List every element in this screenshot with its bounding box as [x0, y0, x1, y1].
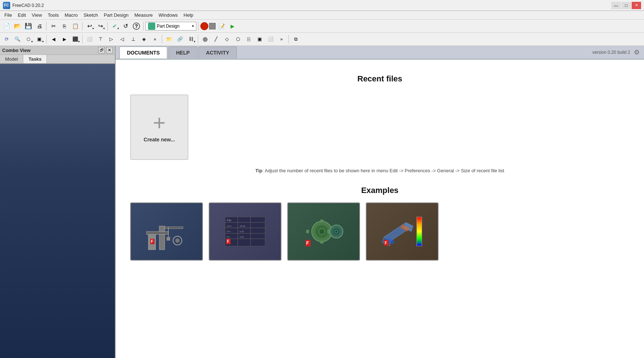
sync-view-icon: ⟳ [5, 36, 9, 42]
fit-all-button[interactable]: 🔍 [12, 34, 23, 44]
tab-help[interactable]: HELP [168, 47, 197, 59]
nav-cube-button[interactable]: ⬛ ▾ [70, 34, 80, 44]
example-card-3[interactable]: F [287, 202, 360, 261]
sketch-op7[interactable]: ⬜ [265, 34, 276, 44]
view-separator-4 [198, 35, 198, 44]
sidebar-close-button[interactable]: ✕ [106, 47, 113, 53]
sketch-op3[interactable]: ◇ [222, 34, 232, 44]
tab-activity[interactable]: ACTIVITY [199, 47, 237, 59]
menu-edit[interactable]: Edit [15, 12, 29, 19]
iso-view-button[interactable]: ◈ [139, 34, 149, 44]
menu-macro[interactable]: Macro [62, 12, 81, 19]
workbench-selector[interactable]: Part Design ▾ [145, 22, 196, 31]
sketch-op4[interactable]: ⬡ [233, 34, 243, 44]
example-4-svg: F [377, 212, 428, 252]
undo-dropdown-icon[interactable]: ▾ [92, 27, 94, 30]
right-view-button[interactable]: ▷ [106, 34, 116, 44]
print-button[interactable]: 🖨 [34, 21, 44, 31]
sync-view-button[interactable]: ⟳ [1, 34, 12, 44]
help-icon: ? [133, 23, 140, 30]
menu-view[interactable]: View [29, 12, 45, 19]
copy-button[interactable]: ⎘ [59, 21, 69, 31]
redo-dropdown-icon[interactable]: ▾ [103, 27, 105, 30]
example-card-1[interactable]: F [130, 202, 203, 261]
minimize-button[interactable]: — [611, 2, 621, 9]
tab-model[interactable]: Model [0, 55, 23, 63]
menu-file[interactable]: File [1, 12, 15, 19]
close-icon: ✕ [108, 48, 111, 53]
create-group-button[interactable]: 📁 [164, 34, 174, 44]
layer-button[interactable]: ⧉ [291, 34, 301, 44]
validate-dropdown[interactable]: ▾ [117, 27, 119, 30]
tab-documents[interactable]: DOCUMENTS [119, 47, 167, 59]
example-card-2[interactable]: Equ mm= FF= f/r= 10.50 5.25 2.00 F [209, 202, 281, 261]
validate-button[interactable]: ✔ ▾ [109, 21, 120, 31]
help-button[interactable]: ? [131, 21, 141, 31]
sketch-op5[interactable]: ⌻ [244, 34, 254, 44]
menu-windows[interactable]: Windows [156, 12, 181, 19]
paste-button[interactable]: 📋 [70, 21, 80, 31]
bottom-view-button[interactable]: ⊥ [128, 34, 138, 44]
close-button[interactable]: ✕ [632, 2, 641, 9]
nav-cube-dropdown[interactable]: ▾ [78, 40, 80, 43]
svg-text:Equ: Equ [227, 219, 232, 222]
settings-gear-icon: ⚙ [634, 48, 640, 56]
example-3-svg: F [298, 212, 349, 252]
sidebar-panel-controls: 🗗 ✕ [98, 47, 113, 53]
stop-button[interactable] [209, 23, 216, 29]
new-file-button[interactable]: 📄 [1, 21, 12, 31]
fwd-view-button[interactable]: ▶ [59, 34, 69, 44]
tip-label: Tip [255, 168, 262, 173]
save-file-button[interactable]: 💾 [23, 21, 33, 31]
menu-sketch[interactable]: Sketch [81, 12, 101, 19]
bounding-box-dropdown[interactable]: ▾ [42, 40, 44, 43]
sidebar-content [0, 64, 115, 358]
toolbar-separator-2 [82, 22, 83, 31]
bounding-box-button[interactable]: ▣ ▾ [34, 34, 44, 44]
macro-editor-button[interactable]: 📝 [216, 21, 227, 31]
svg-rect-5 [167, 237, 170, 241]
back-view-button[interactable]: ◀ [48, 34, 59, 44]
toolbar-separator-4 [143, 22, 144, 31]
open-file-button[interactable]: 📂 [12, 21, 23, 31]
recent-files-title: Recent files [130, 74, 629, 84]
example-1-thumbnail: F [131, 203, 202, 260]
open-file-icon: 📂 [14, 23, 21, 29]
create-new-card[interactable]: + Create new... [130, 94, 188, 160]
link-button[interactable]: 🔗 [175, 34, 185, 44]
svg-text:F: F [151, 240, 153, 244]
refresh-button[interactable]: ↺ [120, 21, 131, 31]
tab-model-label: Model [5, 56, 18, 62]
left-view-button[interactable]: ◁ [117, 34, 127, 44]
sketch-op2[interactable]: ╱ [211, 34, 221, 44]
front-view-button[interactable]: ⬜ [84, 34, 95, 44]
tab-tasks-label: Tasks [28, 56, 41, 62]
menu-help[interactable]: Help [181, 12, 196, 19]
tab-tasks[interactable]: Tasks [23, 55, 47, 63]
run-macro-button[interactable]: ▶ [227, 21, 237, 31]
undo-button[interactable]: ↩ ▾ [84, 21, 95, 31]
cut-button[interactable]: ✂ [48, 21, 59, 31]
maximize-button[interactable]: □ [621, 2, 631, 9]
top-view-button[interactable]: ⊤ [95, 34, 105, 44]
link-arr-dropdown[interactable]: ▾ [194, 40, 195, 43]
sketch-op1[interactable]: ⬤ [200, 34, 210, 44]
more-views-button[interactable]: » [150, 34, 160, 44]
redo-button[interactable]: ↪ ▾ [95, 21, 105, 31]
fit-selection-button[interactable]: ⬡ ▾ [23, 34, 33, 44]
left-view-icon: ◁ [120, 36, 124, 42]
fit-selection-dropdown[interactable]: ▾ [31, 40, 33, 43]
example-card-4[interactable]: F [366, 202, 439, 261]
sketch-more[interactable]: » [276, 34, 287, 44]
sketch-op6[interactable]: ▣ [255, 34, 265, 44]
sidebar-restore-button[interactable]: 🗗 [98, 47, 105, 53]
record-button[interactable] [200, 22, 208, 30]
menu-tools[interactable]: Tools [45, 12, 61, 19]
documents-view: Recent files + Create new... Tip: Adjust… [116, 60, 644, 358]
menu-measure[interactable]: Measure [131, 12, 156, 19]
svg-point-35 [335, 230, 338, 233]
link-arr-button[interactable]: ⛓ ▾ [186, 34, 196, 44]
cut-icon: ✂ [51, 23, 56, 29]
menu-part-design[interactable]: Part Design [101, 12, 132, 19]
settings-gear-button[interactable]: ⚙ [633, 49, 640, 56]
